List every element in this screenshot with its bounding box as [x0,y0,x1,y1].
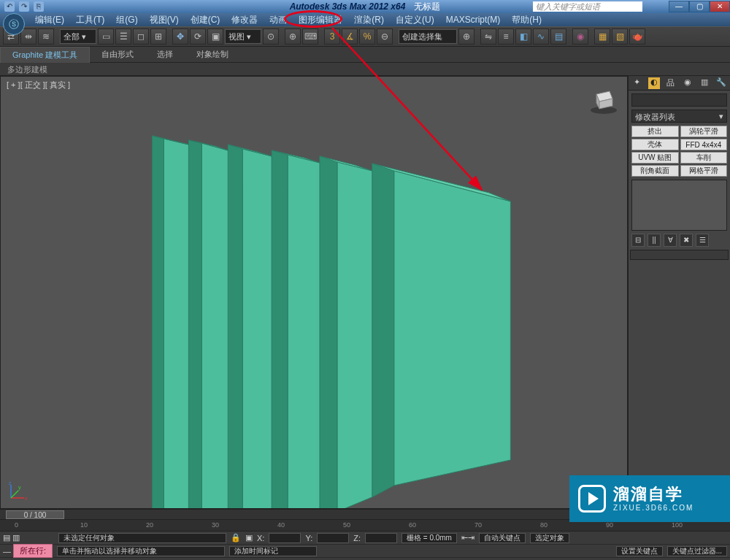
svg-marker-1 [372,164,394,497]
help-search-input[interactable]: 键入关键字或短语 [533,1,642,12]
bind-icon[interactable]: ≋ [38,28,54,45]
menu-edit[interactable]: 编辑(E) [29,14,70,26]
viewcube-icon[interactable] [588,84,620,116]
current-line-button[interactable]: 所在行: [13,544,53,558]
selected-objs-dropdown[interactable]: 选定对象 [530,533,569,543]
pin-stack-icon[interactable]: ⊟ [631,234,645,247]
display-tab-icon[interactable]: ▥ [699,77,710,89]
undo-icon[interactable]: ↶ [4,1,15,12]
remove-mod-icon[interactable]: ✖ [680,234,693,247]
redo-icon[interactable]: ↷ [19,1,29,12]
window-crossing-icon[interactable]: ⊞ [150,28,166,45]
play-badge-icon [578,485,606,513]
mirror-icon[interactable]: ⇋ [480,28,496,45]
move-icon[interactable]: ✥ [172,28,188,45]
menu-create[interactable]: 创建(C) [185,14,226,26]
show-end-icon[interactable]: || [648,234,661,247]
menu-maxscript[interactable]: MAXScript(M) [440,15,507,25]
snap-percent-icon[interactable]: % [359,28,375,45]
minimize-icon[interactable]: — [669,1,689,12]
time-slider-handle[interactable]: 0 / 100 [6,510,64,519]
utilities-tab-icon[interactable]: 🔧 [715,77,727,89]
menu-group[interactable]: 组(G) [110,14,143,26]
keyboard-icon[interactable]: ⌨ [302,28,318,45]
modifier-list-dropdown[interactable]: 修改器列表▾ [631,110,727,123]
window-buttons: — ▢ ✕ [669,1,730,12]
select-icon[interactable]: ▭ [98,28,114,45]
rotate-icon[interactable]: ⟳ [190,28,206,45]
render-setup-icon[interactable]: ▦ [594,28,610,45]
spinner-snap-icon[interactable]: ⊖ [377,28,393,45]
key-nav-icon[interactable]: ⇤⇥ [461,533,474,542]
app-logo-icon[interactable]: ⓢ [3,13,25,35]
mod-btn-meshsmooth[interactable]: 网格平滑 [680,165,728,177]
expand-icon[interactable]: — [3,547,9,556]
schematic-icon[interactable]: ▤ [550,28,566,45]
configure-icon[interactable]: ☰ [696,234,709,247]
mod-btn-shell[interactable]: 壳体 [631,139,679,150]
auto-key-button[interactable]: 自动关键点 [479,533,526,543]
set-key-button[interactable]: 设置关键点 [616,546,663,556]
select-rect-icon[interactable]: ◻ [133,28,149,45]
mod-btn-turbosmooth[interactable]: 涡轮平滑 [680,126,728,137]
maximize-icon[interactable]: ▢ [689,1,710,12]
render-frame-icon[interactable]: ▧ [612,28,628,45]
object-name-input[interactable] [631,93,727,107]
menu-animation[interactable]: 动画 [264,14,293,26]
mod-btn-chamfer[interactable]: 剖角截面 [631,165,679,177]
mod-btn-lathe[interactable]: 车削 [680,152,728,164]
mod-btn-extrude[interactable]: 挤出 [631,126,679,137]
ribbon-tab-freeform[interactable]: 自由形式 [90,47,145,62]
qat-icon[interactable]: ⎘ [34,1,44,12]
svg-marker-14 [228,145,242,508]
ribbon-tab-graphite[interactable]: Graphite 建模工具 [0,47,90,63]
render-prod-icon[interactable]: 🫖 [629,28,645,45]
curve-editor-icon[interactable]: ∿ [533,28,549,45]
lock-icon[interactable]: 🔒 [231,533,241,542]
sel-set-add-icon[interactable]: ⊕ [458,28,474,45]
ref-coord-dropdown[interactable]: 视图 ▾ [225,29,261,44]
viewport-ortho[interactable]: [ + ][ 正交 ][ 真实 ] [0,76,628,509]
scale-icon[interactable]: ▣ [207,28,223,45]
selection-filter-dropdown[interactable]: 全部 ▾ [60,29,96,44]
ribbon-tab-object-paint[interactable]: 对象绘制 [185,47,240,62]
select-name-icon[interactable]: ☰ [115,28,131,45]
unlink-icon[interactable]: ⇹ [20,28,36,45]
coord-x-input[interactable] [269,533,301,543]
named-sel-set-dropdown[interactable]: 创建选择集 [399,29,457,44]
viewport-label[interactable]: [ + ][ 正交 ][ 真实 ] [7,80,70,91]
mod-btn-uvw[interactable]: UVW 贴图 [631,152,679,164]
coord-y-input[interactable] [317,533,349,543]
menu-modifiers[interactable]: 修改器 [226,14,264,26]
manip-icon[interactable]: ⊕ [285,28,301,45]
ribbon-tab-selection[interactable]: 选择 [145,47,185,62]
rollout-area [630,250,729,260]
material-editor-icon[interactable]: ◉ [572,28,588,45]
menu-view[interactable]: 视图(V) [144,14,185,26]
menu-tools[interactable]: 工具(T) [70,14,110,26]
menu-help[interactable]: 帮助(H) [506,14,548,26]
script-mini-icon[interactable]: ▤ ▥ [3,533,54,542]
add-time-tag[interactable]: 添加时间标记 [229,546,317,556]
layers-icon[interactable]: ◧ [515,28,531,45]
svg-marker-17 [201,143,228,508]
create-tab-icon[interactable]: ✦ [631,77,643,89]
menu-graph-editors[interactable]: 图形编辑器 [293,14,348,26]
align-icon[interactable]: ≡ [498,28,514,45]
menu-customize[interactable]: 自定义(U) [390,14,440,26]
status-prompt-1: 未选定任何对象 [58,533,226,543]
snap-angle-icon[interactable]: ∡ [342,28,358,45]
key-filters-button[interactable]: 关键点过滤器... [667,546,727,556]
motion-tab-icon[interactable]: ◉ [682,77,694,89]
pivot-icon[interactable]: ⊙ [263,28,279,45]
isolate-icon[interactable]: ▣ [245,533,253,542]
mod-btn-ffd[interactable]: FFD 4x4x4 [680,139,728,150]
coord-z-input[interactable] [365,533,397,543]
menu-render[interactable]: 渲染(R) [348,14,390,26]
make-unique-icon[interactable]: ∀ [664,234,677,247]
hierarchy-tab-icon[interactable]: 品 [665,77,677,89]
modifier-stack[interactable] [631,180,727,231]
snap-2d-icon[interactable]: 3 [324,28,340,45]
close-icon[interactable]: ✕ [710,1,730,12]
modify-tab-icon[interactable]: ◐ [648,77,660,89]
